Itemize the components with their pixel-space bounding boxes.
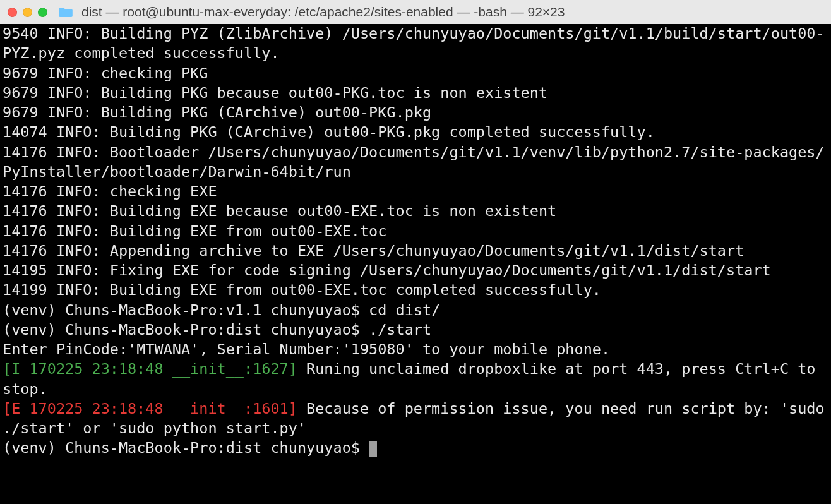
terminal-line: 9540 INFO: Building PYZ (ZlibArchive) /U… [3, 24, 828, 64]
terminal-line: (venv) Chuns-MacBook-Pro:dist chunyuyao$… [3, 320, 828, 340]
traffic-lights [8, 8, 47, 17]
terminal-line: 14176 INFO: Bootloader /Users/chunyuyao/… [3, 143, 828, 183]
terminal-line: 9679 INFO: Building PKG (CArchive) out00… [3, 103, 828, 123]
terminal-line: 14195 INFO: Fixing EXE for code signing … [3, 261, 828, 280]
minimize-button[interactable] [23, 8, 32, 17]
terminal-line: Enter PinCode:'MTWANA', Serial Number:'1… [3, 340, 828, 359]
terminal-line: 14176 INFO: Building EXE because out00-E… [3, 201, 828, 221]
terminal-line: 9679 INFO: Building PKG because out00-PK… [3, 83, 828, 103]
log-tag: [E 170225 23:18:48 __init__:1601] [3, 400, 297, 417]
terminal-line: 14199 INFO: Building EXE from out00-EXE.… [3, 280, 828, 300]
log-tag: [I 170225 23:18:48 __init__:1627] [3, 360, 297, 378]
terminal-line: (venv) Chuns-MacBook-Pro:v1.1 chunyuyao$… [3, 301, 828, 320]
terminal-line: 14176 INFO: Building EXE from out00-EXE.… [3, 222, 828, 241]
shell-prompt: (venv) Chuns-MacBook-Pro:dist chunyuyao$ [3, 439, 369, 457]
terminal-line: [E 170225 23:18:48 __init__:1601] Becaus… [3, 399, 828, 439]
terminal-line: 14074 INFO: Building PKG (CArchive) out0… [3, 123, 828, 142]
terminal-prompt-line[interactable]: (venv) Chuns-MacBook-Pro:dist chunyuyao$ [3, 438, 828, 458]
window-title: dist — root@ubuntu-max-everyday: /etc/ap… [81, 4, 565, 20]
terminal-line: 14176 INFO: checking EXE [3, 182, 828, 201]
terminal-output[interactable]: 9540 INFO: Building PYZ (ZlibArchive) /U… [0, 24, 831, 504]
window-titlebar: dist — root@ubuntu-max-everyday: /etc/ap… [0, 0, 831, 24]
terminal-line: [I 170225 23:18:48 __init__:1627] Runing… [3, 359, 828, 399]
folder-icon [59, 6, 73, 18]
maximize-button[interactable] [38, 8, 47, 17]
terminal-line: 14176 INFO: Appending archive to EXE /Us… [3, 241, 828, 261]
close-button[interactable] [8, 8, 17, 17]
terminal-line: 9679 INFO: checking PKG [3, 64, 828, 83]
cursor [369, 441, 377, 457]
